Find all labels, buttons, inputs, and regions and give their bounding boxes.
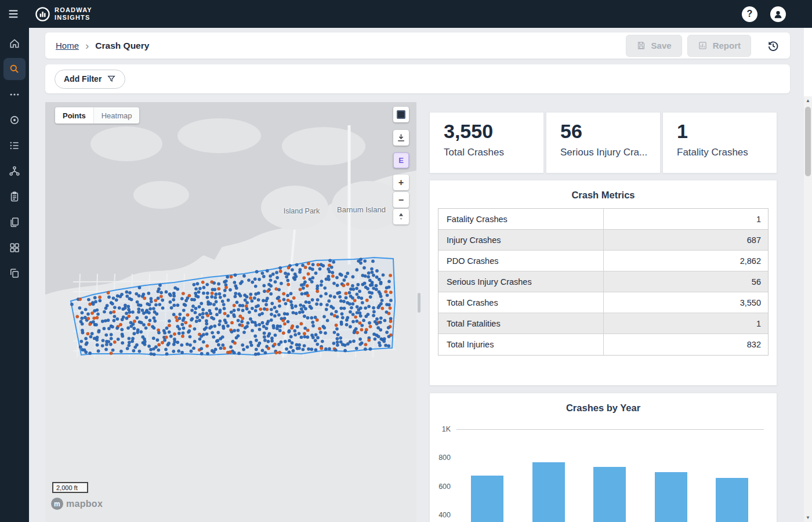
mapbox-attribution: m mapbox [51, 498, 103, 510]
y-tick-label: 400 [438, 511, 451, 519]
y-tick-label: 800 [438, 454, 451, 462]
sidebar-item-tasks[interactable] [3, 186, 26, 208]
filter-bar: Add Filter [45, 64, 790, 93]
metrics-row-label: PDO Crashes [438, 251, 603, 271]
metrics-row-label: Fatality Crashes [438, 209, 603, 229]
hamburger-icon [7, 8, 20, 20]
metrics-row-label: Total Crashes [438, 292, 603, 313]
report-button[interactable]: Report [687, 35, 751, 57]
metrics-row: PDO Crashes2,862 [438, 251, 768, 271]
menu-button[interactable] [0, 0, 27, 28]
metrics-row: Injury Crashes687 [438, 230, 768, 251]
edit-polygon-button[interactable]: E [393, 153, 409, 168]
zoom-out-button[interactable]: − [393, 192, 409, 208]
stat-card: 1Fatality Crashes [662, 112, 777, 173]
sidebar-item-locate[interactable] [3, 109, 26, 131]
list-icon [9, 140, 20, 151]
metrics-row-value: 1 [603, 313, 768, 334]
basemap-icon [397, 110, 405, 119]
y-tick-label: 1K [442, 425, 451, 433]
sidebar-item-layers[interactable] [3, 262, 26, 284]
sidebar-item-list[interactable] [3, 135, 26, 157]
tilt-arrows-icon [396, 212, 406, 222]
pages-icon [9, 216, 20, 228]
save-button[interactable]: Save [626, 35, 682, 57]
download-icon [396, 133, 406, 143]
chart-gridline-top [456, 429, 764, 430]
scrollbar-gap [804, 28, 812, 96]
help-button[interactable]: ? [742, 6, 757, 22]
chart-y-axis: 1K800600400 [430, 429, 453, 522]
brand-line2: INSIGHTS [55, 14, 92, 21]
history-button[interactable] [767, 39, 780, 52]
add-filter-button[interactable]: Add Filter [55, 70, 125, 89]
metrics-row-label: Total Fatalities [438, 313, 603, 334]
roadway-insights-logo-icon [35, 6, 50, 22]
chart-bar [471, 476, 503, 522]
copy-icon [9, 267, 20, 279]
account-button[interactable] [770, 6, 786, 22]
home-icon [9, 38, 20, 49]
history-icon [767, 39, 780, 52]
crashes-by-year-card: Crashes by Year 1K800600400 [429, 393, 777, 522]
report-chart-icon [698, 41, 708, 50]
chart-bar [716, 478, 748, 522]
zoom-in-button[interactable]: + [393, 175, 409, 190]
crash-metrics-table: Fatality Crashes1Injury Crashes687PDO Cr… [438, 208, 768, 356]
sidebar [0, 28, 29, 522]
tilt-control-button[interactable] [393, 209, 409, 224]
metrics-row-value: 2,862 [603, 251, 768, 271]
chart-bar [655, 472, 687, 522]
map-canvas[interactable]: Island Park Barnum Island Points Heatmap… [45, 102, 416, 522]
page-title: Crash Query [95, 41, 149, 51]
basemap-style-button[interactable] [393, 107, 409, 122]
breadcrumb-home-link[interactable]: Home [56, 41, 79, 50]
chart-plot [456, 429, 764, 522]
stat-label: Serious Injury Cra... [560, 147, 655, 158]
stat-label: Fatality Crashes [677, 147, 772, 158]
breadcrumb-bar: Home › Crash Query Save Report [45, 32, 790, 59]
metrics-row: Total Injuries832 [438, 334, 768, 355]
sidebar-item-search[interactable] [3, 58, 26, 80]
sidebar-item-dashboard[interactable] [3, 237, 26, 259]
mapbox-logo-icon: m [51, 498, 63, 510]
search-icon [9, 63, 20, 75]
metrics-row-label: Serious Injury Crashes [438, 271, 603, 292]
sidebar-item-network[interactable] [3, 160, 26, 182]
download-button[interactable] [393, 130, 409, 146]
chart-bar [532, 462, 565, 522]
stat-card: 3,550Total Crashes [429, 112, 544, 173]
metrics-row-label: Total Injuries [438, 334, 603, 355]
metrics-row: Serious Injury Crashes56 [438, 271, 768, 292]
sidebar-item-library[interactable] [3, 211, 26, 233]
heatmap-toggle-button[interactable]: Heatmap [93, 107, 140, 124]
map-mode-toggle: Points Heatmap [55, 107, 139, 124]
map-place-label-barnum-island: Barnum Island [337, 205, 386, 214]
brand-line1: ROADWAY [55, 6, 92, 14]
sidebar-item-home[interactable] [3, 32, 26, 55]
content-scrollbar-thumb[interactable] [418, 293, 420, 313]
target-icon [9, 114, 20, 126]
points-toggle-button[interactable]: Points [55, 107, 93, 124]
sidebar-item-more[interactable] [3, 84, 26, 106]
grid-icon [9, 242, 20, 253]
stats-row: 3,550Total Crashes56Serious Injury Cra..… [429, 112, 777, 173]
metrics-row-value: 1 [603, 209, 768, 229]
map-scale-bar: 2,000 ft [52, 482, 88, 493]
scrollbar-thumb[interactable] [805, 107, 811, 176]
metrics-row-value: 832 [603, 334, 768, 355]
y-tick-label: 600 [438, 483, 451, 491]
stat-label: Total Crashes [444, 147, 539, 158]
metrics-row-value: 56 [603, 271, 768, 292]
scroll-down-arrow[interactable]: ▼ [804, 513, 812, 522]
brand-logo: ROADWAY INSIGHTS [35, 6, 92, 22]
crash-metrics-card: Crash Metrics Fatality Crashes1Injury Cr… [429, 180, 777, 386]
scroll-up-arrow[interactable]: ▲ [804, 96, 812, 105]
ellipsis-icon [9, 89, 20, 100]
toolbar-actions: Save Report [626, 35, 780, 57]
window-scrollbar[interactable]: ▲ ▼ [804, 96, 812, 522]
metrics-row-value: 687 [603, 230, 768, 250]
metrics-row: Total Fatalities1 [438, 313, 768, 334]
filter-funnel-icon [107, 74, 116, 84]
user-icon [773, 9, 784, 20]
